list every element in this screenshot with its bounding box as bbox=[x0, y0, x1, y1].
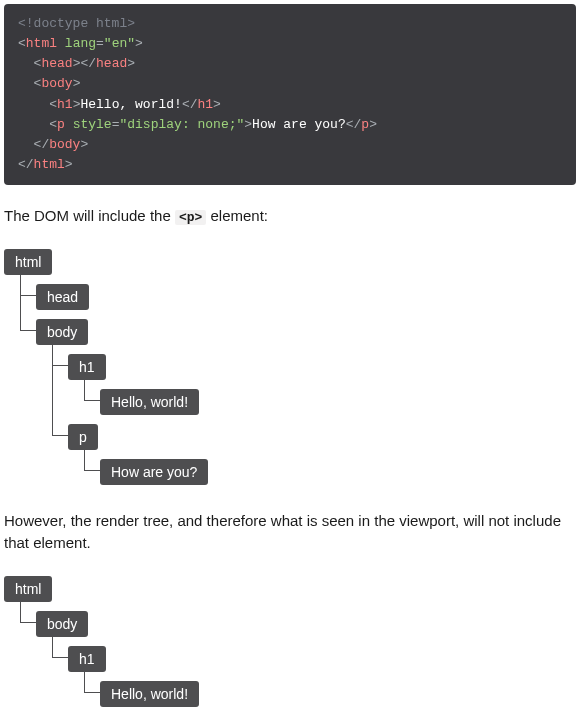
paragraph-render-tree: However, the render tree, and therefore … bbox=[4, 510, 576, 555]
node-h1: h1 bbox=[68, 646, 106, 672]
node-p-text: How are you? bbox=[100, 459, 208, 485]
node-p: p bbox=[68, 424, 98, 450]
render-tree: html body h1 Hello, world! bbox=[4, 573, 576, 710]
text-pre: The DOM will include the bbox=[4, 207, 175, 224]
node-html: html bbox=[4, 249, 52, 275]
node-html: html bbox=[4, 576, 52, 602]
dom-tree: html head body h1 Hello, world! p bbox=[4, 246, 576, 488]
code-line: <!doctype html> bbox=[18, 16, 135, 31]
node-h1-text: Hello, world! bbox=[100, 681, 199, 707]
code-block: <!doctype html> <html lang="en"> <head><… bbox=[4, 4, 576, 185]
node-h1: h1 bbox=[68, 354, 106, 380]
node-body: body bbox=[36, 319, 88, 345]
node-head: head bbox=[36, 284, 89, 310]
node-h1-text: Hello, world! bbox=[100, 389, 199, 415]
text-post: element: bbox=[206, 207, 268, 224]
node-body: body bbox=[36, 611, 88, 637]
inline-code-p: <p> bbox=[175, 210, 206, 225]
paragraph-dom-includes: The DOM will include the <p> element: bbox=[4, 205, 576, 228]
